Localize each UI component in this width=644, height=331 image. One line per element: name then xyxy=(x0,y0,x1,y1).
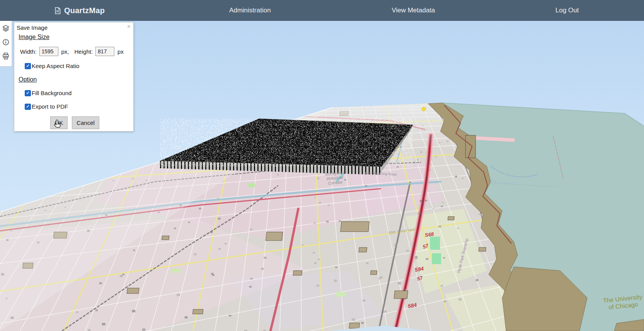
map-toolbar xyxy=(0,21,12,67)
width-input[interactable] xyxy=(39,47,58,56)
nav-view-metadata[interactable]: View Metadata xyxy=(392,0,435,21)
keep-aspect-ratio-label: Keep Aspect Ratio xyxy=(32,63,79,69)
save-image-dialog: Save Image × Image Size Width: px, Heigh… xyxy=(14,22,134,131)
export-to-pdf-checkbox[interactable]: Export to PDF xyxy=(25,103,68,110)
ok-button[interactable]: OK xyxy=(50,116,68,129)
app-title: QuartzMap xyxy=(64,6,105,15)
cancel-button[interactable]: Cancel xyxy=(72,116,99,129)
fill-background-label: Fill Background xyxy=(32,90,71,96)
layers-icon xyxy=(2,24,10,32)
checkbox-icon[interactable] xyxy=(25,104,31,110)
image-size-link[interactable]: Image Size xyxy=(19,34,49,41)
export-to-pdf-label: Export to PDF xyxy=(32,103,68,110)
width-label: Width: xyxy=(20,48,37,55)
info-button[interactable] xyxy=(2,38,10,46)
layers-button[interactable] xyxy=(2,24,10,32)
height-input[interactable] xyxy=(95,47,114,56)
checkbox-icon[interactable] xyxy=(25,90,31,96)
close-icon[interactable]: × xyxy=(127,24,131,30)
dialog-title: Save Image xyxy=(17,24,48,31)
printer-icon xyxy=(2,52,10,60)
height-label: Height: xyxy=(75,48,93,55)
document-icon xyxy=(55,7,61,14)
print-button[interactable] xyxy=(2,52,10,60)
option-link[interactable]: Option xyxy=(19,76,37,83)
nav-log-out[interactable]: Log Out xyxy=(556,0,579,21)
top-navbar: QuartzMap Administration View Metadata L… xyxy=(0,0,644,21)
width-unit: px, xyxy=(61,48,69,55)
nav-administration[interactable]: Administration xyxy=(229,0,271,21)
info-icon xyxy=(2,38,10,46)
poi-marker xyxy=(422,107,426,111)
app-brand: QuartzMap xyxy=(55,0,105,21)
height-unit: px xyxy=(117,48,124,55)
dialog-buttons: OK Cancel xyxy=(50,116,99,129)
keep-aspect-ratio-checkbox[interactable]: Keep Aspect Ratio xyxy=(25,63,79,69)
fill-background-checkbox[interactable]: Fill Background xyxy=(25,90,71,96)
checkbox-icon[interactable] xyxy=(25,63,31,69)
size-row: Width: px, Height: px xyxy=(20,47,129,56)
